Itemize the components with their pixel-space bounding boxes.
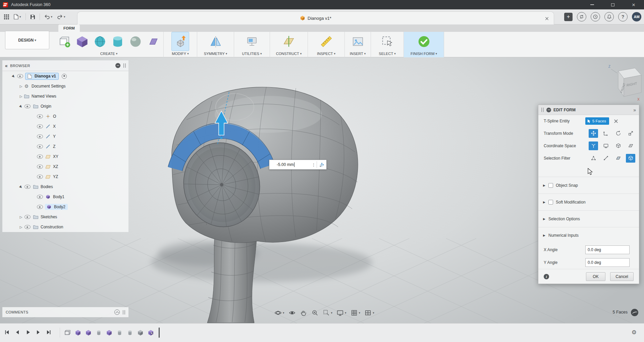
orbit-icon[interactable] <box>273 308 286 318</box>
file-menu-button[interactable] <box>12 12 23 22</box>
visibility-eye-icon[interactable] <box>37 124 43 128</box>
visibility-eye-icon[interactable] <box>37 114 43 118</box>
create-sphere-icon[interactable] <box>127 32 145 51</box>
go-to-start-icon[interactable] <box>3 328 11 337</box>
document-tab[interactable]: Dianoga v1* <box>77 11 554 24</box>
timeline-settings-gear-icon[interactable] <box>632 329 637 336</box>
job-status-icon[interactable] <box>577 12 586 21</box>
view-cube[interactable]: Z FRONT RIGHT X <box>603 62 644 103</box>
save-button[interactable] <box>28 12 37 22</box>
visibility-eye-icon[interactable] <box>37 155 43 159</box>
create-box-icon[interactable] <box>73 32 91 51</box>
inspect-menu[interactable]: INSPECT <box>317 51 335 56</box>
expander-icon[interactable] <box>11 74 16 78</box>
step-forward-icon[interactable] <box>34 328 43 337</box>
create-quadball-icon[interactable] <box>91 32 109 51</box>
numerical-inputs-section[interactable]: Numerical Inputs <box>538 227 639 243</box>
y-angle-input[interactable] <box>585 258 630 267</box>
expander-icon[interactable] <box>18 185 23 189</box>
timeline-feature-cylinder-icon[interactable] <box>125 328 135 337</box>
undo-button[interactable] <box>42 12 55 22</box>
select-menu[interactable]: SELECT <box>379 51 395 56</box>
browser-item-origin[interactable]: Origin <box>2 101 128 111</box>
look-at-icon[interactable] <box>287 308 297 318</box>
ribbon-group-finish-form[interactable]: FINISH FORM <box>404 32 444 57</box>
help-icon[interactable] <box>618 12 628 21</box>
coordspace-local-button[interactable] <box>613 141 623 150</box>
minimize-button[interactable] <box>582 0 602 9</box>
ok-button[interactable]: OK <box>586 272 605 281</box>
workspace-switcher[interactable]: DESIGN <box>5 31 49 49</box>
collapse-panel-icon[interactable] <box>5 63 10 68</box>
activate-component-radio[interactable] <box>62 74 67 79</box>
step-back-icon[interactable] <box>13 328 22 337</box>
expander-icon[interactable] <box>18 95 23 98</box>
create-primitive-icon[interactable] <box>56 32 73 51</box>
timeline-feature-edit-form-icon[interactable] <box>146 328 155 337</box>
selection-options-section[interactable]: Selection Options <box>538 210 639 227</box>
browser-item-document-settings[interactable]: Document Settings <box>2 81 128 91</box>
utilities-tool-icon[interactable] <box>243 32 261 51</box>
object-snap-checkbox[interactable] <box>548 183 553 188</box>
modify-menu[interactable]: MODIFY <box>172 51 189 56</box>
insert-menu[interactable]: INSERT <box>350 51 366 56</box>
transform-scale-button[interactable] <box>626 129 635 138</box>
display-settings-icon[interactable] <box>335 308 348 318</box>
visibility-eye-icon[interactable] <box>17 74 23 78</box>
symmetry-tool-icon[interactable] <box>207 32 224 51</box>
browser-item-body2[interactable]: Body2 <box>2 202 128 212</box>
go-to-end-icon[interactable] <box>44 328 53 337</box>
filter-edge-button[interactable] <box>601 154 610 163</box>
cancel-button[interactable]: Cancel <box>610 272 634 281</box>
section-expand-icon[interactable] <box>543 217 548 221</box>
play-icon[interactable] <box>23 328 32 337</box>
new-tab-button[interactable] <box>564 13 573 21</box>
timeline-feature-box-icon[interactable] <box>136 328 145 337</box>
section-expand-icon[interactable] <box>543 201 548 204</box>
browser-item-construction[interactable]: Construction <box>2 222 128 232</box>
timeline-feature-cylinder-icon[interactable] <box>115 328 124 337</box>
symmetry-menu[interactable]: SYMMETRY <box>204 51 227 56</box>
filter-vertex-button[interactable] <box>589 154 598 163</box>
browser-item-plane-xy[interactable]: XY <box>2 152 128 162</box>
tspline-selection-badge[interactable]: 5 Faces <box>585 117 609 125</box>
coordspace-world-button[interactable] <box>589 141 598 150</box>
redo-button[interactable] <box>55 12 67 22</box>
browser-item-named-views[interactable]: Named Views <box>2 91 128 101</box>
expander-icon[interactable] <box>18 105 23 108</box>
browser-item-bodies[interactable]: Bodies <box>2 182 128 192</box>
finish-form-icon[interactable] <box>415 32 433 51</box>
x-angle-input[interactable] <box>585 245 630 254</box>
browser-item-axis-x[interactable]: X <box>2 121 128 131</box>
info-icon[interactable] <box>544 274 549 279</box>
maximize-button[interactable] <box>602 0 623 9</box>
grid-settings-icon[interactable] <box>349 308 362 318</box>
transform-translation-button[interactable] <box>601 129 610 138</box>
filter-face-button[interactable] <box>613 154 623 163</box>
timeline-feature-cylinder-icon[interactable] <box>94 328 103 337</box>
expander-icon[interactable] <box>18 84 23 88</box>
edit-form-tool-icon[interactable] <box>171 32 189 51</box>
browser-minimize-icon[interactable] <box>115 63 120 68</box>
browser-item-body1[interactable]: Body1 <box>2 192 128 202</box>
comments-bar[interactable]: COMMENTS <box>2 307 128 317</box>
notifications-bell-icon[interactable] <box>604 12 614 21</box>
browser-item-axis-z[interactable]: Z <box>2 141 128 152</box>
dialog-header[interactable]: EDIT FORM <box>538 105 639 115</box>
clear-selection-icon[interactable] <box>614 119 618 123</box>
document-tab-close-icon[interactable] <box>544 15 550 21</box>
expander-icon[interactable] <box>18 225 23 229</box>
comments-expand-icon[interactable] <box>114 309 120 315</box>
viewports-icon[interactable] <box>363 308 376 318</box>
browser-item-sketches[interactable]: Sketches <box>2 212 128 222</box>
visibility-eye-icon[interactable] <box>37 205 43 209</box>
timeline-feature-box-icon[interactable] <box>73 328 83 337</box>
section-expand-icon[interactable] <box>543 184 548 187</box>
select-tool-icon[interactable] <box>378 32 396 51</box>
zoom-icon[interactable] <box>310 308 320 318</box>
visibility-eye-icon[interactable] <box>24 215 31 219</box>
avatar[interactable]: AM <box>632 12 641 21</box>
visibility-eye-icon[interactable] <box>24 104 31 108</box>
browser-item-dianoga[interactable]: Dianoga v1 <box>2 71 128 81</box>
browser-item-plane-yz[interactable]: YZ <box>2 172 128 182</box>
